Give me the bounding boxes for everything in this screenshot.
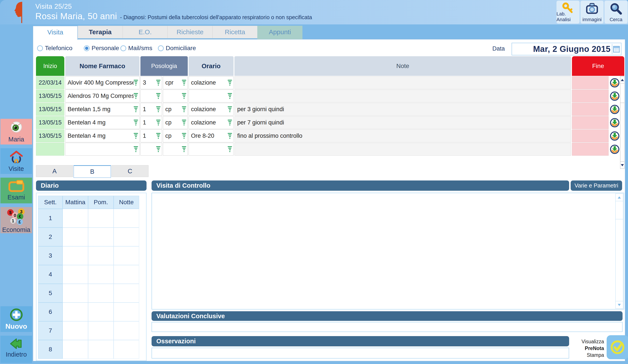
visita-controllo-textarea[interactable]	[152, 193, 624, 309]
tab-terapia[interactable]: Terapia	[78, 26, 123, 38]
dropdown-filter-icon[interactable]	[134, 146, 138, 152]
notte-cell[interactable]	[114, 227, 139, 246]
unit-cell[interactable]: cpr	[163, 76, 188, 89]
unit-cell[interactable]: cp	[163, 116, 188, 129]
sidebar-item-visite[interactable]: Visite	[0, 148, 32, 174]
notte-cell[interactable]	[114, 209, 139, 227]
dropdown-filter-icon[interactable]	[228, 93, 232, 99]
pom-cell[interactable]	[88, 302, 114, 321]
dropdown-filter-icon[interactable]	[156, 106, 160, 112]
end-date-cell[interactable]	[572, 116, 609, 129]
calendar-icon[interactable]	[613, 46, 620, 53]
unit-cell[interactable]	[163, 90, 188, 102]
search-button[interactable]: Cerca	[605, 1, 628, 23]
dropdown-filter-icon[interactable]	[134, 80, 138, 86]
end-date-cell[interactable]	[572, 143, 609, 156]
drug-name-cell[interactable]: Alovir 400 Mg Compresse	[65, 76, 140, 89]
unit-cell[interactable]	[163, 143, 188, 156]
note-cell[interactable]	[235, 90, 571, 102]
notte-cell[interactable]	[114, 265, 139, 284]
qty-cell[interactable]: 1	[141, 103, 162, 116]
notte-cell[interactable]	[114, 246, 139, 265]
pom-cell[interactable]	[88, 321, 114, 340]
dropdown-filter-icon[interactable]	[182, 120, 186, 126]
dropdown-filter-icon[interactable]	[228, 146, 232, 152]
drug-name-cell[interactable]: Bentelan 1,5 mg	[65, 103, 140, 116]
end-therapy-button[interactable]	[610, 130, 620, 142]
notte-cell[interactable]	[114, 321, 139, 340]
start-date-cell[interactable]: 13/05/15	[36, 90, 64, 102]
dropdown-filter-icon[interactable]	[156, 146, 160, 152]
drug-name-cell[interactable]: Bentelan 4 mg	[65, 130, 140, 142]
mattina-cell[interactable]	[63, 302, 88, 321]
sidebar-item-economia[interactable]: $ 0 3 € 1 £ Economia	[0, 207, 32, 233]
dropdown-filter-icon[interactable]	[182, 80, 186, 86]
unit-cell[interactable]: cp	[163, 130, 188, 142]
pom-cell[interactable]	[88, 227, 114, 246]
dropdown-filter-icon[interactable]	[156, 120, 160, 126]
scrollbar-thumb[interactable]	[616, 201, 623, 219]
mattina-cell[interactable]	[63, 265, 88, 284]
notte-cell[interactable]	[114, 284, 139, 302]
end-date-cell[interactable]	[572, 90, 609, 102]
dropdown-filter-icon[interactable]	[134, 106, 138, 112]
qty-cell[interactable]: 1	[141, 116, 162, 129]
varie-parametri-button[interactable]: Varie e Parametri	[571, 180, 622, 191]
start-date-cell[interactable]: 22/03/14	[36, 76, 64, 89]
dropdown-filter-icon[interactable]	[182, 93, 186, 99]
unit-cell[interactable]: cp	[163, 103, 188, 116]
dropdown-filter-icon[interactable]	[182, 133, 186, 139]
dropdown-filter-icon[interactable]	[228, 133, 232, 139]
sidebar-item-patient[interactable]: Maria	[0, 119, 32, 145]
radio-telefonico[interactable]: Telefonico	[37, 44, 72, 52]
pom-cell[interactable]	[88, 246, 114, 265]
qty-cell[interactable]: 3	[141, 76, 162, 89]
mattina-cell[interactable]	[63, 321, 88, 340]
dropdown-filter-icon[interactable]	[134, 120, 138, 126]
tab-eo[interactable]: E.O.	[123, 26, 168, 38]
tab-richieste[interactable]: Richieste	[167, 26, 213, 38]
pom-cell[interactable]	[88, 340, 114, 359]
immagini-button[interactable]: immagini	[580, 1, 604, 23]
mattina-cell[interactable]	[63, 340, 88, 359]
visualizza-option[interactable]: Visualizza	[567, 338, 604, 345]
time-cell[interactable]	[189, 90, 234, 102]
tab-ricetta[interactable]: Ricetta	[212, 26, 257, 38]
pom-cell[interactable]	[88, 265, 114, 284]
end-date-cell[interactable]	[572, 130, 609, 142]
tab-c[interactable]: C	[111, 165, 149, 177]
end-therapy-button[interactable]	[610, 90, 620, 102]
note-cell[interactable]	[235, 76, 571, 89]
notte-cell[interactable]	[114, 302, 139, 321]
dropdown-filter-icon[interactable]	[134, 133, 138, 139]
start-date-cell[interactable]: 13/05/15	[36, 116, 64, 129]
dropdown-filter-icon[interactable]	[228, 120, 232, 126]
pom-cell[interactable]	[88, 209, 114, 227]
sidebar-item-esami[interactable]: Esami	[0, 178, 32, 203]
end-therapy-button[interactable]	[610, 116, 620, 129]
tab-appunti[interactable]: Appunti	[257, 26, 303, 39]
radio-selected-icon[interactable]	[84, 45, 90, 51]
qty-cell[interactable]: 1	[141, 130, 162, 142]
prenota-option[interactable]: PreNota	[567, 345, 604, 352]
lab-analisi-button[interactable]: Lab. Analisi	[556, 1, 580, 23]
dropdown-filter-icon[interactable]	[228, 106, 232, 112]
time-cell[interactable]	[189, 143, 234, 156]
sidebar-item-nuovo[interactable]: Nuovo	[0, 306, 32, 332]
note-cell[interactable]: fino al prossimo controllo	[235, 130, 571, 142]
visit-date-input[interactable]: Mar, 2 Giugno 2015	[512, 43, 622, 55]
scrollbar-thumb[interactable]	[620, 84, 624, 103]
note-cell[interactable]	[235, 143, 571, 156]
mattina-cell[interactable]	[63, 209, 88, 227]
scroll-up-button[interactable]	[620, 76, 624, 83]
dropdown-filter-icon[interactable]	[182, 106, 186, 112]
start-date-cell[interactable]: 13/05/15	[36, 130, 64, 142]
dropdown-filter-icon[interactable]	[228, 80, 232, 86]
end-therapy-button[interactable]	[610, 143, 620, 156]
drug-name-cell[interactable]: Alendros 70 Mg Compresse	[65, 90, 140, 102]
end-therapy-button[interactable]	[610, 76, 620, 89]
osservazioni-input[interactable]	[152, 348, 569, 359]
end-date-cell[interactable]	[572, 103, 609, 116]
qty-cell[interactable]	[141, 143, 162, 156]
dropdown-filter-icon[interactable]	[156, 93, 160, 99]
